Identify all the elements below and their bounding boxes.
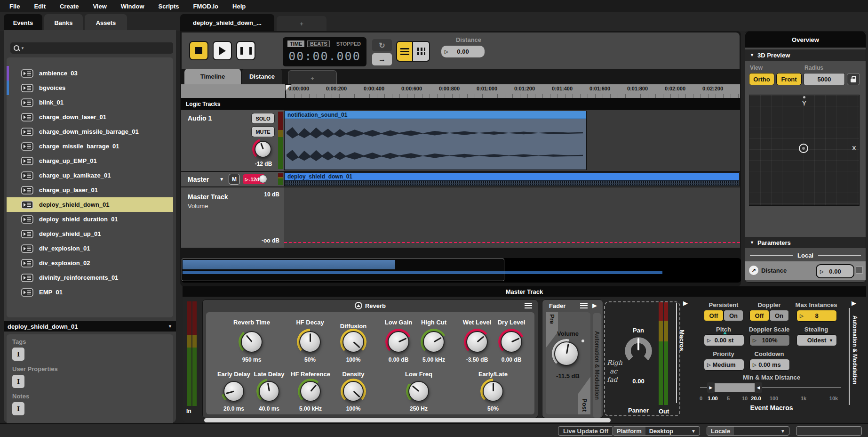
early-late-knob[interactable] [483, 381, 503, 402]
add-parameter-tab-button[interactable]: + [288, 70, 337, 86]
selected-event-bar[interactable]: deploy_shield_down_01 ▼ [4, 321, 176, 332]
lock-button[interactable] [847, 73, 860, 85]
list-item[interactable]: blink_01 [7, 95, 173, 110]
automation-lane[interactable] [284, 187, 740, 248]
fader-expand-icon[interactable]: ▶ [592, 302, 597, 309]
pitch-spinner[interactable]: ▷0.00 st [704, 334, 744, 346]
notes-edit-button[interactable]: I [12, 402, 24, 415]
menu-fmodio[interactable]: FMOD.io [187, 0, 225, 12]
master-volume-knob[interactable] [259, 175, 267, 183]
doppler-scale-spinner[interactable]: ▷100% [749, 334, 790, 346]
time-mode-toggle[interactable]: TIME [287, 40, 304, 47]
menu-view[interactable]: View [86, 0, 113, 12]
cooldown-spinner[interactable]: ▷0.00 ms [749, 359, 790, 371]
audio-track-lane[interactable]: notification_sound_01 [284, 110, 740, 171]
fader-volume-knob[interactable] [554, 341, 579, 366]
list-item-selected[interactable]: deploy_shield_down_01 [7, 197, 173, 212]
list-item[interactable]: div_explosion_01 [7, 241, 173, 256]
audio-clip[interactable]: notification_sound_01 [284, 111, 587, 170]
stop-button[interactable] [189, 41, 208, 60]
tab-events[interactable]: Events [4, 14, 42, 31]
menu-help[interactable]: Help [226, 0, 252, 12]
doppler-on-button[interactable]: On [769, 310, 789, 321]
list-item[interactable]: charge_up_laser_01 [7, 183, 173, 197]
menu-scripts[interactable]: Scripts [152, 0, 186, 12]
preview-section-header[interactable]: ▼ 3D Preview [745, 49, 866, 61]
hf-reference-knob[interactable] [300, 381, 321, 402]
lanes-view-toggle[interactable] [413, 41, 430, 62]
reverb-effect-panel[interactable]: Reverb Reverb Time HF Decay Diffusion Lo… [202, 299, 538, 418]
parameter-checkbox[interactable] [856, 267, 863, 274]
live-update-button[interactable]: Live Update Off [558, 426, 613, 436]
dry-level-knob[interactable] [501, 331, 522, 353]
doppler-off-button[interactable]: Off [749, 310, 769, 321]
fader-panel[interactable]: Fader ▶ Pre Post Volume -11.5 dB Automat… [542, 299, 603, 418]
reverb-menu-icon[interactable] [525, 303, 532, 308]
fader-post-tab[interactable]: Post [578, 377, 590, 414]
wet-level-knob[interactable] [466, 331, 488, 353]
distance-parameter-row[interactable]: ↗ Distance ▷ 0.00 [745, 261, 866, 280]
master-clip[interactable]: deploy_shield_down_01 [284, 172, 740, 186]
automation-curve[interactable] [284, 242, 740, 243]
platform-dropdown[interactable]: Platform Desktop ▼ [613, 426, 700, 436]
timeline-overview-scrollbar[interactable] [181, 258, 741, 283]
tab-assets[interactable]: Assets [85, 14, 127, 31]
diffusion-knob[interactable] [342, 331, 364, 353]
density-knob[interactable] [343, 381, 364, 402]
low-freq-knob[interactable] [408, 381, 429, 402]
list-item[interactable]: deploy_shield_up_01 [7, 227, 173, 241]
pause-button[interactable] [236, 41, 255, 60]
loop-playback-button[interactable]: ↻ [372, 39, 392, 51]
user-properties-edit-button[interactable]: I [12, 375, 24, 388]
parameter-value-spinner[interactable]: ▷ 0.00 [816, 264, 854, 278]
list-item[interactable]: charge_up_EMP_01 [7, 154, 173, 168]
early-delay-knob[interactable] [223, 381, 244, 402]
status-search-field[interactable] [796, 426, 862, 436]
parameters-section-header[interactable]: ▼ Parameters [745, 237, 866, 248]
overview-viewport[interactable] [182, 259, 504, 281]
menu-file[interactable]: File [3, 0, 26, 12]
master-chevron-icon[interactable]: ▼ [219, 177, 224, 182]
list-item[interactable]: EMP_01 [7, 285, 173, 299]
beats-mode-toggle[interactable]: BEATS [307, 40, 330, 47]
master-track-lane[interactable]: deploy_shield_down_01 [284, 172, 740, 186]
deck-horizontal-scrollbar[interactable] [204, 418, 611, 422]
low-gain-knob[interactable] [388, 331, 409, 353]
list-item[interactable]: charge_down_missile_barrage_01 [7, 124, 173, 139]
front-button[interactable]: Front [776, 73, 802, 85]
high-cut-knob[interactable] [423, 331, 445, 353]
master-track-header[interactable]: Master ▼ M ▷ -12dB [181, 172, 284, 186]
tab-banks[interactable]: Banks [44, 14, 83, 31]
distance-param-spinner[interactable]: ▷ 0.00 [441, 46, 485, 57]
list-item[interactable]: charge_up_kamikaze_01 [7, 168, 173, 183]
deck-scroll-left-icon[interactable]: ▶ [683, 299, 688, 307]
3d-preview-viewport[interactable]: Y X [749, 95, 860, 206]
fader-menu-icon[interactable] [580, 303, 588, 308]
collapse-chevron-icon[interactable]: ▼ [168, 324, 172, 329]
tab-distance[interactable]: Distance [242, 69, 282, 84]
tracks-view-toggle[interactable] [396, 41, 413, 62]
locale-dropdown[interactable]: Locale ▼ [707, 426, 789, 436]
deck-scroll-right-icon[interactable]: ▶ [852, 299, 856, 307]
menu-window[interactable]: Window [114, 0, 151, 12]
search-options-chevron-icon[interactable]: ▼ [21, 46, 24, 50]
play-button[interactable] [213, 41, 232, 60]
priority-spinner[interactable]: ▷Medium [704, 359, 744, 371]
master-mute-button[interactable]: M [229, 174, 240, 185]
mute-button[interactable]: MUTE [252, 127, 274, 137]
search-input[interactable]: ▼ [10, 42, 173, 54]
fader-automation-strip[interactable]: Automation & Modulation [593, 313, 601, 418]
menu-edit[interactable]: Edit [27, 0, 52, 12]
stealing-dropdown[interactable]: Oldest▼ [796, 334, 837, 346]
timeline-ruler[interactable]: 0:00:000 0:00:200 0:00:400 0:00:600 0:00… [181, 84, 740, 98]
radius-field[interactable]: 5000 [804, 73, 845, 85]
min-distance-handle[interactable]: ▶ [707, 382, 715, 393]
pan-knob[interactable] [625, 337, 652, 364]
list-item[interactable]: bgvoices [7, 81, 173, 95]
follow-playback-button[interactable]: → [372, 53, 392, 65]
tab-timeline[interactable]: Timeline [184, 69, 241, 84]
tags-edit-button[interactable]: I [12, 348, 24, 361]
list-item[interactable]: ambience_03 [7, 66, 173, 81]
list-item[interactable]: div_explosion_02 [7, 256, 173, 270]
solo-button[interactable]: SOLO [252, 113, 274, 123]
